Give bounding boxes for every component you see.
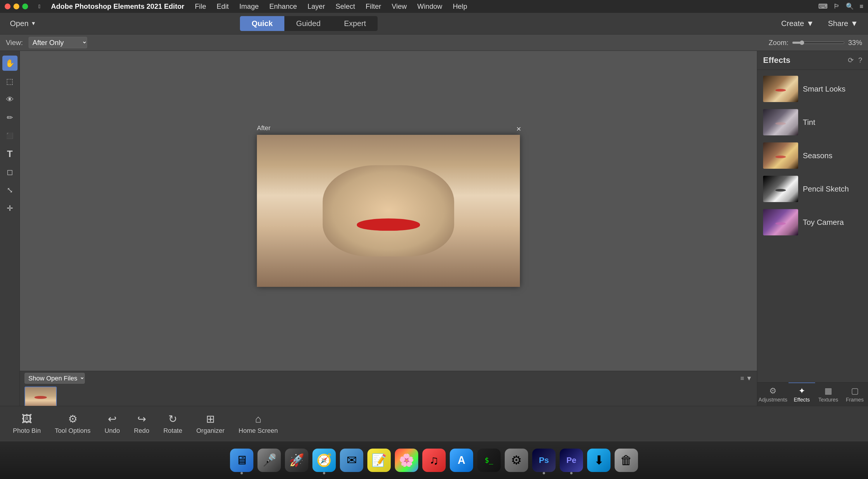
stamp-tool[interactable]: ⬛ (2, 128, 18, 143)
refresh-icon[interactable]: ⟳ (848, 56, 854, 64)
tab-frames[interactable]: ▢ Frames (841, 383, 868, 406)
maximize-window-button[interactable] (22, 3, 28, 9)
menu-edit[interactable]: Edit (214, 2, 231, 11)
marquee-tool[interactable]: ⬚ (2, 74, 18, 89)
effect-item-seasons[interactable]: Seasons (760, 140, 865, 172)
tab-adjustments[interactable]: ⚙ Adjustments (757, 383, 788, 406)
tab-expert[interactable]: Expert (332, 16, 378, 31)
show-open-files-select[interactable]: Show Open Files Show Favorites Show Albu… (25, 373, 85, 384)
home-screen-button[interactable]: ⌂ Home Screen (231, 411, 285, 437)
flag-icon: 🏳 (834, 3, 840, 10)
eraser-tool[interactable]: ◻ (2, 164, 18, 180)
brush-tool[interactable]: ✏ (2, 110, 18, 125)
cursor-icon: ⌨ (818, 3, 828, 10)
rotate-button[interactable]: ↻ Rotate (156, 411, 189, 437)
close-window-button[interactable] (5, 3, 10, 9)
apple-menu[interactable]:  (38, 3, 41, 10)
transform-tool[interactable]: ⤡ (2, 182, 18, 198)
terminal-icon: $_ (485, 456, 493, 465)
close-image-button[interactable]: × (517, 124, 521, 133)
search-icon[interactable]: 🔍 (846, 3, 854, 10)
mode-tabs: Quick Guided Expert (240, 16, 378, 31)
dock-mail[interactable]: ✉ (340, 449, 363, 472)
dock-system-preferences[interactable]: ⚙ (505, 449, 528, 472)
dock-music[interactable]: ♫ (422, 449, 446, 472)
image-label: After (257, 124, 270, 132)
share-button[interactable]: Share ▼ (824, 17, 862, 30)
effect-item-smart-looks[interactable]: Smart Looks (760, 73, 865, 105)
system-prefs-icon: ⚙ (511, 453, 522, 467)
dock-trash[interactable]: 🗑 (615, 449, 638, 472)
tool-options-icon: ⚙ (68, 413, 78, 425)
share-chevron-icon: ▼ (850, 19, 858, 28)
home-screen-label: Home Screen (239, 427, 278, 435)
menu-image[interactable]: Image (237, 2, 261, 11)
photo-thumbnail[interactable] (25, 387, 57, 406)
menu-select[interactable]: Select (333, 2, 358, 11)
main-section: ✋ ⬚ 👁 ✏ ⬛ T ◻ ⤡ ✛ After × Show Open File… (0, 51, 868, 406)
menu-enhance[interactable]: Enhance (267, 2, 299, 11)
tab-quick[interactable]: Quick (240, 16, 284, 31)
organizer-button[interactable]: ⊞ Organizer (189, 411, 232, 437)
effect-item-pencil-sketch[interactable]: Pencil Sketch (760, 173, 865, 205)
organizer-label: Organizer (196, 427, 225, 435)
eye-tool[interactable]: 👁 (2, 92, 18, 107)
text-tool[interactable]: T (2, 146, 18, 161)
dock-siri[interactable]: 🎤 (257, 449, 281, 472)
effect-thumb-seasons (763, 142, 798, 169)
dock-notes[interactable]: 📝 (367, 449, 391, 472)
menu-help[interactable]: Help (451, 2, 469, 11)
dock-appstore[interactable]: A (450, 449, 473, 472)
minimize-window-button[interactable] (13, 3, 19, 9)
frames-icon: ▢ (851, 386, 859, 396)
canvas-area: After × Show Open Files Show Favorites S… (20, 51, 757, 406)
effect-thumb-tint (763, 109, 798, 136)
undo-button[interactable]: ↩ Undo (98, 411, 127, 437)
menu-extra-icon[interactable]: ≡ (860, 3, 863, 10)
dock-ps-element1[interactable]: Ps (532, 449, 556, 472)
tool-options-tab[interactable]: ⚙ Tool Options (48, 411, 97, 437)
view-select[interactable]: After Only Before Only Before & After (29, 37, 87, 48)
tab-textures[interactable]: ▦ Textures (815, 383, 842, 406)
bottom-bar: 🖼 Photo Bin ⚙ Tool Options ↩ Undo ↪ Redo… (0, 406, 868, 441)
menu-file[interactable]: File (193, 2, 209, 11)
dock-rocket[interactable]: 🚀 (285, 449, 308, 472)
open-label: Open (10, 19, 29, 28)
hand-tool[interactable]: ✋ (2, 56, 18, 71)
photo-bin-options-icon[interactable]: ≡ ▼ (740, 375, 752, 382)
redo-button[interactable]: ↪ Redo (127, 411, 156, 437)
dock-terminal[interactable]: $_ (477, 449, 501, 472)
traffic-lights (5, 3, 28, 9)
right-panel-title: Effects (763, 56, 790, 65)
rocket-icon: 🚀 (289, 453, 304, 467)
move-tool[interactable]: ✛ (2, 201, 18, 216)
menu-filter[interactable]: Filter (363, 2, 383, 11)
dock-safari[interactable]: 🧭 (312, 449, 336, 472)
photo-bin-tab[interactable]: 🖼 Photo Bin (6, 411, 48, 437)
dock-photos[interactable]: 🌸 (395, 449, 418, 472)
dock-finder[interactable]: 🖥 (230, 449, 253, 472)
help-icon[interactable]: ? (858, 56, 862, 64)
dock-ps-element2[interactable]: Pe (560, 449, 583, 472)
home-screen-icon: ⌂ (255, 413, 261, 425)
panel-icons: ⟳ ? (848, 56, 862, 64)
adjustments-icon: ⚙ (769, 386, 777, 396)
effect-item-toy-camera[interactable]: Toy Camera (760, 206, 865, 238)
zoom-slider[interactable] (792, 40, 845, 45)
open-button[interactable]: Open ▼ (6, 17, 40, 30)
menu-window[interactable]: Window (415, 2, 444, 11)
create-button[interactable]: Create ▼ (777, 17, 818, 30)
app-name[interactable]: Adobe Photoshop Elements 2021 Editor (49, 2, 187, 11)
menu-view[interactable]: View (389, 2, 409, 11)
tab-guided[interactable]: Guided (284, 16, 332, 31)
rotate-label: Rotate (163, 427, 182, 435)
effect-name-smart-looks: Smart Looks (803, 85, 845, 94)
menu-layer[interactable]: Layer (305, 2, 327, 11)
tab-effects[interactable]: ✦ Effects (788, 383, 815, 406)
photo-bin-label: Photo Bin (13, 427, 41, 435)
effect-item-tint[interactable]: Tint (760, 106, 865, 138)
effects-label: Effects (794, 397, 810, 403)
redo-label: Redo (134, 427, 149, 435)
photo-bin-icon: 🖼 (22, 413, 32, 425)
dock-downloader[interactable]: ⬇ (587, 449, 611, 472)
